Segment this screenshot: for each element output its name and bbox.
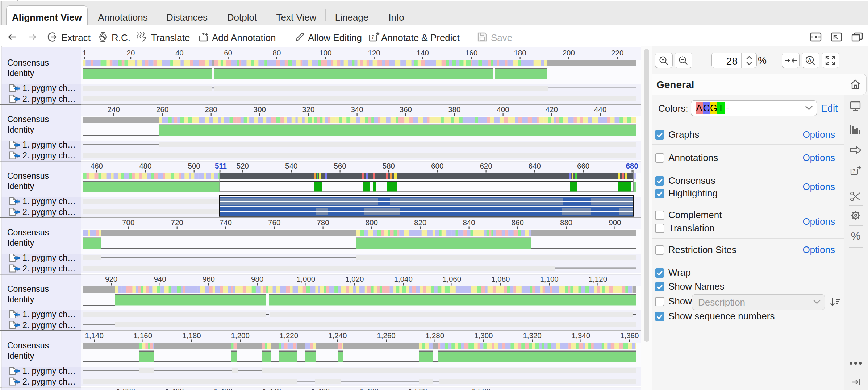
- svg-text:2. pygmy ch…: 2. pygmy ch…: [22, 320, 76, 330]
- svg-text:520: 520: [237, 162, 249, 170]
- svg-text:660: 660: [577, 162, 589, 170]
- svg-text:1,340: 1,340: [572, 331, 590, 340]
- svg-text:580: 580: [383, 162, 395, 170]
- svg-text:1,526: 1,526: [472, 387, 490, 390]
- svg-text:620: 620: [480, 162, 492, 170]
- svg-text:Consensus: Consensus: [7, 228, 49, 237]
- svg-text:?: ?: [371, 34, 374, 40]
- svg-text:60: 60: [224, 49, 232, 57]
- svg-text:1,440: 1,440: [263, 387, 281, 390]
- svg-text:920: 920: [105, 275, 117, 283]
- svg-text:560: 560: [334, 162, 346, 170]
- svg-text:260: 260: [156, 105, 168, 113]
- svg-text:860: 860: [512, 218, 524, 227]
- svg-text:740: 740: [220, 218, 232, 227]
- svg-text:A: A: [808, 57, 812, 63]
- svg-text:1,220: 1,220: [280, 331, 298, 340]
- svg-text:1,480: 1,480: [360, 387, 378, 390]
- svg-text:280: 280: [205, 105, 217, 113]
- svg-text:1,000: 1,000: [297, 275, 315, 283]
- svg-text:2. pygmy ch…: 2. pygmy ch…: [22, 377, 76, 386]
- svg-text:1. pygmy ch…: 1. pygmy ch…: [22, 310, 76, 319]
- svg-text:1,180: 1,180: [182, 331, 201, 340]
- svg-text:300: 300: [254, 105, 266, 113]
- svg-text:980: 980: [251, 275, 263, 283]
- svg-text:1,300: 1,300: [474, 331, 493, 340]
- svg-text:1,280: 1,280: [426, 331, 444, 340]
- svg-text:140: 140: [417, 49, 429, 57]
- svg-text:1,380: 1,380: [117, 387, 135, 390]
- svg-text:960: 960: [203, 275, 215, 283]
- svg-text:80: 80: [272, 49, 281, 57]
- svg-text:40: 40: [175, 49, 184, 57]
- svg-text:1,240: 1,240: [328, 331, 347, 340]
- svg-text:440: 440: [594, 105, 606, 113]
- svg-text:900: 900: [609, 218, 621, 227]
- svg-text:1,320: 1,320: [523, 331, 541, 340]
- svg-text:2. pygmy ch…: 2. pygmy ch…: [22, 151, 76, 160]
- svg-text:340: 340: [351, 105, 363, 113]
- svg-text:511: 511: [215, 162, 227, 170]
- svg-text:820: 820: [414, 218, 426, 227]
- svg-text:1,160: 1,160: [134, 331, 152, 340]
- svg-text:1,460: 1,460: [311, 387, 330, 390]
- svg-text:Identity: Identity: [7, 351, 34, 361]
- svg-text:Consensus: Consensus: [7, 341, 49, 350]
- svg-text:1,360: 1,360: [620, 331, 639, 340]
- svg-text:320: 320: [302, 105, 314, 113]
- svg-text:2. pygmy ch…: 2. pygmy ch…: [22, 94, 76, 104]
- svg-text:680: 680: [626, 162, 638, 170]
- svg-text:480: 480: [139, 162, 151, 170]
- svg-text:400: 400: [497, 105, 509, 113]
- svg-text:460: 460: [91, 162, 103, 170]
- svg-text:1,200: 1,200: [231, 331, 250, 340]
- svg-text:700: 700: [122, 218, 134, 227]
- svg-text:220: 220: [611, 49, 623, 57]
- svg-text:360: 360: [400, 105, 412, 113]
- svg-text:420: 420: [546, 105, 558, 113]
- svg-text:240: 240: [108, 105, 120, 113]
- svg-text:200: 200: [563, 49, 575, 57]
- svg-text:1. pygmy ch…: 1. pygmy ch…: [22, 140, 76, 149]
- svg-text:1. pygmy ch…: 1. pygmy ch…: [22, 83, 76, 93]
- svg-text:940: 940: [154, 275, 166, 283]
- svg-text:120: 120: [368, 49, 380, 57]
- svg-text:1,040: 1,040: [394, 275, 413, 283]
- svg-text:180: 180: [514, 49, 526, 57]
- svg-text:2. pygmy ch…: 2. pygmy ch…: [22, 264, 76, 273]
- svg-text:Consensus: Consensus: [7, 284, 49, 294]
- svg-text:2. pygmy ch…: 2. pygmy ch…: [22, 207, 76, 217]
- svg-text:160: 160: [465, 49, 477, 57]
- svg-text:Identity: Identity: [7, 69, 34, 78]
- svg-text:1,260: 1,260: [377, 331, 395, 340]
- svg-text:1. pygmy ch…: 1. pygmy ch…: [22, 253, 76, 262]
- svg-text:Identity: Identity: [7, 238, 34, 248]
- svg-text:1,020: 1,020: [345, 275, 364, 283]
- svg-text:1,500: 1,500: [409, 387, 427, 390]
- svg-text:600: 600: [431, 162, 443, 170]
- svg-text:Identity: Identity: [7, 125, 34, 134]
- svg-text:500: 500: [188, 162, 200, 170]
- svg-text:Consensus: Consensus: [7, 115, 49, 124]
- svg-text:1. pygmy ch…: 1. pygmy ch…: [22, 366, 76, 376]
- svg-text:Identity: Identity: [7, 295, 34, 304]
- svg-text:1. pygmy ch…: 1. pygmy ch…: [22, 196, 76, 206]
- svg-text:720: 720: [171, 218, 183, 227]
- svg-text:Identity: Identity: [7, 182, 34, 191]
- svg-text:1,080: 1,080: [491, 275, 510, 283]
- svg-text:1,400: 1,400: [165, 387, 184, 390]
- svg-text:Consensus: Consensus: [7, 58, 49, 67]
- svg-text:380: 380: [448, 105, 460, 113]
- svg-text:1,420: 1,420: [214, 387, 233, 390]
- svg-text:880: 880: [560, 218, 572, 227]
- svg-text:1,120: 1,120: [589, 275, 607, 283]
- svg-text:760: 760: [268, 218, 280, 227]
- svg-text:1,140: 1,140: [85, 331, 104, 340]
- svg-text:1: 1: [83, 49, 87, 57]
- svg-text:780: 780: [317, 218, 329, 227]
- svg-text:840: 840: [463, 218, 475, 227]
- svg-text:640: 640: [529, 162, 541, 170]
- svg-text:800: 800: [366, 218, 378, 227]
- svg-text:20: 20: [127, 49, 135, 57]
- svg-text:540: 540: [285, 162, 297, 170]
